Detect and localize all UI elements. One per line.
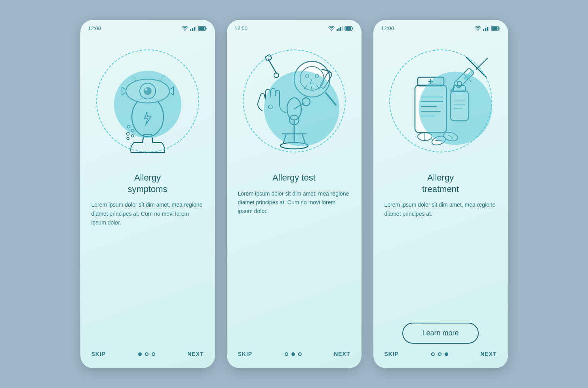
screen-test: 12:00: [227, 20, 362, 368]
svg-rect-52: [485, 28, 486, 31]
status-icons-2: [328, 26, 354, 31]
screen-desc-2: Lorem ipsum dolor sit dim amet, mea regi…: [238, 189, 350, 344]
screens-container: 12:00: [80, 20, 508, 368]
screen-content-1: Allergy symptoms Lorem ipsum dolor sit d…: [80, 168, 215, 344]
svg-rect-2: [194, 27, 195, 31]
status-bar-1: 12:00: [80, 20, 215, 34]
signal-icon-2: [337, 26, 343, 31]
dot-2-3: [298, 352, 302, 356]
dot-3-2: [438, 352, 441, 356]
next-btn-3[interactable]: NEXT: [480, 351, 497, 357]
dots-3: [431, 352, 448, 356]
time-3: 12:00: [381, 25, 394, 31]
time-1: 12:00: [88, 25, 101, 31]
bg-circle-1: [114, 71, 181, 138]
svg-rect-51: [483, 29, 484, 31]
wifi-icon-2: [328, 26, 335, 31]
wifi-icon-3: [475, 26, 481, 31]
screen-title-1: Allergy symptoms: [91, 172, 204, 195]
skip-btn-1[interactable]: SKIP: [91, 351, 106, 357]
battery-icon-2: [345, 26, 354, 31]
time-2: 12:00: [235, 25, 248, 31]
signal-icon-1: [190, 26, 196, 31]
svg-rect-6: [199, 27, 204, 30]
dots-1: [138, 352, 155, 356]
bottom-nav-1: SKIP NEXT: [80, 344, 215, 368]
bottom-nav-2: SKIP NEXT: [227, 344, 362, 368]
test-illustration: [227, 34, 362, 168]
status-icons-1: [182, 26, 207, 31]
status-bar-2: 12:00: [227, 20, 362, 34]
treatment-illustration: [373, 34, 508, 168]
svg-rect-26: [352, 27, 353, 29]
screen-desc-1: Lorem ipsum dolor sit dim amet, mea regi…: [91, 200, 204, 344]
bottom-nav-3: SKIP NEXT: [373, 344, 508, 368]
svg-rect-23: [340, 27, 341, 31]
svg-rect-3: [195, 26, 196, 31]
screen-desc-3: Lorem ipsum dolor sit dim amet, mea regi…: [384, 200, 497, 316]
symptoms-illustration: [80, 34, 215, 168]
screen-title-3: Allergy treatment: [384, 172, 497, 195]
wifi-icon-1: [182, 26, 188, 31]
battery-icon-3: [491, 26, 500, 31]
svg-rect-27: [345, 27, 351, 30]
status-icons-3: [475, 26, 500, 31]
svg-rect-24: [342, 26, 343, 31]
svg-rect-1: [192, 28, 193, 31]
skip-btn-2[interactable]: SKIP: [238, 351, 253, 357]
dots-2: [285, 352, 302, 356]
svg-rect-53: [487, 27, 488, 31]
screen-title-2: Allergy test: [238, 172, 350, 184]
svg-rect-0: [190, 29, 191, 31]
bg-circle-2: [264, 71, 339, 146]
dot-1-3: [152, 352, 155, 356]
screen-treatment: 12:00: [373, 20, 508, 368]
svg-rect-22: [338, 28, 339, 31]
dot-3-3: [445, 352, 448, 356]
skip-btn-3[interactable]: SKIP: [384, 351, 399, 357]
svg-rect-5: [206, 27, 206, 29]
battery-icon-1: [198, 26, 207, 31]
screen-content-2: Allergy test Lorem ipsum dolor sit dim a…: [227, 168, 362, 344]
status-bar-3: 12:00: [373, 20, 508, 34]
svg-rect-54: [488, 26, 489, 31]
svg-rect-56: [499, 27, 499, 29]
dot-2-1: [285, 352, 288, 356]
svg-rect-57: [492, 27, 497, 30]
screen-symptoms: 12:00: [80, 20, 215, 368]
dot-3-1: [431, 352, 435, 356]
dot-1-2: [145, 352, 148, 356]
dot-2-2: [291, 352, 295, 356]
bg-circle-3: [419, 72, 492, 145]
svg-rect-21: [337, 29, 338, 31]
signal-icon-3: [483, 26, 489, 31]
screen-content-3: Allergy treatment Lorem ipsum dolor sit …: [373, 168, 508, 344]
next-btn-1[interactable]: NEXT: [187, 351, 204, 357]
next-btn-2[interactable]: NEXT: [334, 351, 350, 357]
learn-more-button[interactable]: Learn more: [402, 323, 478, 344]
dot-1-1: [138, 352, 142, 356]
